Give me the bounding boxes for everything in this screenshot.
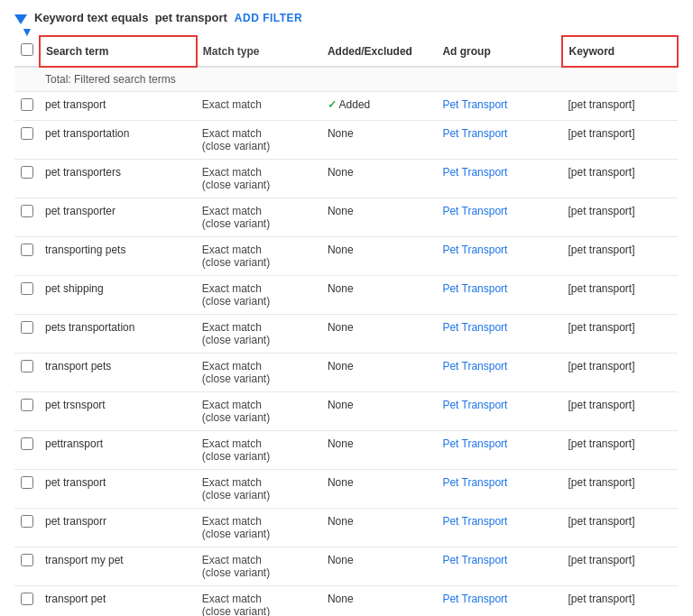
row-match-type: Exact match(close variant) — [197, 392, 322, 431]
ad-group-link[interactable]: Pet Transport — [442, 515, 507, 528]
row-checkbox[interactable] — [21, 437, 33, 450]
ad-group-link[interactable]: Pet Transport — [442, 244, 507, 256]
ad-group-link[interactable]: Pet Transport — [442, 399, 507, 411]
row-ad-group[interactable]: Pet Transport — [437, 276, 562, 315]
row-search-term: pet shipping — [40, 276, 197, 315]
table-row: pet shippingExact match(close variant)No… — [14, 276, 678, 315]
row-checkbox[interactable] — [21, 282, 33, 295]
row-match-type: Exact match(close variant) — [197, 354, 322, 392]
row-ad-group[interactable]: Pet Transport — [437, 547, 562, 586]
row-checkbox-cell — [14, 160, 40, 198]
header-added-excluded: Added/Excluded — [322, 36, 437, 67]
ad-group-link[interactable]: Pet Transport — [442, 282, 507, 295]
row-added-excluded: None — [322, 198, 437, 237]
row-match-type: Exact match(close variant) — [197, 276, 322, 315]
row-checkbox-cell — [14, 547, 40, 586]
row-checkbox[interactable] — [21, 476, 33, 489]
row-keyword: [pet transport] — [562, 509, 678, 547]
ad-group-link[interactable]: Pet Transport — [442, 593, 507, 605]
table-row: transport my petExact match(close varian… — [14, 547, 678, 586]
row-keyword: [pet transport] — [562, 431, 678, 470]
row-match-type: Exact match(close variant) — [197, 509, 322, 547]
row-checkbox[interactable] — [21, 166, 33, 179]
row-added-excluded: None — [322, 586, 437, 617]
row-added-excluded: None — [322, 431, 437, 470]
row-checkbox-cell — [14, 509, 40, 547]
row-ad-group[interactable]: Pet Transport — [437, 509, 562, 547]
row-keyword: [pet transport] — [562, 392, 678, 431]
ad-group-link[interactable]: Pet Transport — [442, 127, 507, 140]
row-ad-group[interactable]: Pet Transport — [437, 315, 562, 354]
add-filter-button[interactable]: ADD FILTER — [235, 12, 302, 24]
row-ad-group[interactable]: Pet Transport — [437, 198, 562, 237]
row-search-term: pet transporr — [40, 509, 197, 547]
ad-group-link[interactable]: Pet Transport — [442, 321, 507, 334]
row-checkbox-cell — [14, 431, 40, 470]
table-row: pettransportExact match(close variant)No… — [14, 431, 678, 470]
row-ad-group[interactable]: Pet Transport — [437, 586, 562, 617]
row-keyword: [pet transport] — [562, 315, 678, 354]
filter-label-text: Keyword text equals — [34, 11, 148, 24]
row-search-term: transport pets — [40, 354, 197, 392]
ad-group-link[interactable]: Pet Transport — [442, 98, 507, 111]
row-ad-group[interactable]: Pet Transport — [437, 392, 562, 431]
row-ad-group[interactable]: Pet Transport — [437, 354, 562, 392]
row-added-excluded: None — [322, 470, 437, 509]
row-checkbox[interactable] — [21, 399, 33, 411]
row-ad-group[interactable]: Pet Transport — [437, 160, 562, 198]
row-checkbox[interactable] — [21, 205, 33, 217]
row-added-excluded: None — [322, 121, 437, 160]
row-search-term: pets transportation — [40, 315, 197, 354]
row-checkbox-cell — [14, 198, 40, 237]
row-search-term: transport pet — [40, 586, 197, 617]
row-checkbox[interactable] — [21, 360, 33, 372]
row-checkbox-cell — [14, 470, 40, 509]
row-keyword: [pet transport] — [562, 121, 678, 160]
search-terms-table: Search term Match type Added/Excluded Ad… — [14, 35, 679, 616]
filter-label: Keyword text equals pet transport — [34, 11, 227, 24]
ad-group-link[interactable]: Pet Transport — [442, 166, 507, 179]
header-ad-group: Ad group — [437, 36, 562, 67]
table-row: transport petExact match(close variant)N… — [14, 586, 678, 617]
row-checkbox[interactable] — [21, 554, 33, 566]
row-ad-group[interactable]: Pet Transport — [437, 237, 562, 276]
row-keyword: [pet transport] — [562, 276, 678, 315]
ad-group-link[interactable]: Pet Transport — [442, 554, 507, 566]
total-row: Total: Filtered search terms — [14, 67, 678, 92]
table-row: transporting petsExact match(close varia… — [14, 237, 678, 276]
row-checkbox-cell — [14, 276, 40, 315]
select-all-checkbox[interactable] — [21, 43, 33, 56]
ad-group-link[interactable]: Pet Transport — [442, 360, 507, 372]
ad-group-link[interactable]: Pet Transport — [442, 205, 507, 217]
row-added-excluded: ✓ Added — [322, 92, 437, 121]
row-added-excluded: None — [322, 354, 437, 392]
row-checkbox-cell — [14, 586, 40, 617]
row-search-term: transport my pet — [40, 547, 197, 586]
row-checkbox[interactable] — [21, 593, 33, 605]
row-checkbox[interactable] — [21, 244, 33, 256]
row-ad-group[interactable]: Pet Transport — [437, 92, 562, 121]
row-added-excluded: None — [322, 509, 437, 547]
row-ad-group[interactable]: Pet Transport — [437, 431, 562, 470]
row-checkbox-cell — [14, 121, 40, 160]
table-row: pet transportExact match(close variant)N… — [14, 470, 678, 509]
table-row: pet transportationExact match(close vari… — [14, 121, 678, 160]
total-checkbox-cell — [14, 67, 40, 92]
row-added-excluded: None — [322, 392, 437, 431]
filter-bar: ▼ Keyword text equals pet transport ADD … — [14, 11, 679, 24]
row-keyword: [pet transport] — [562, 470, 678, 509]
row-match-type: Exact match(close variant) — [197, 160, 322, 198]
row-added-excluded: None — [322, 276, 437, 315]
ad-group-link[interactable]: Pet Transport — [442, 437, 507, 450]
row-checkbox[interactable] — [21, 515, 33, 528]
row-checkbox[interactable] — [21, 127, 33, 140]
row-checkbox[interactable] — [21, 321, 33, 334]
row-checkbox-cell — [14, 92, 40, 121]
ad-group-link[interactable]: Pet Transport — [442, 476, 507, 489]
row-keyword: [pet transport] — [562, 160, 678, 198]
row-checkbox[interactable] — [21, 98, 33, 111]
row-ad-group[interactable]: Pet Transport — [437, 121, 562, 160]
table-row: transport petsExact match(close variant)… — [14, 354, 678, 392]
row-ad-group[interactable]: Pet Transport — [437, 470, 562, 509]
row-keyword: [pet transport] — [562, 547, 678, 586]
